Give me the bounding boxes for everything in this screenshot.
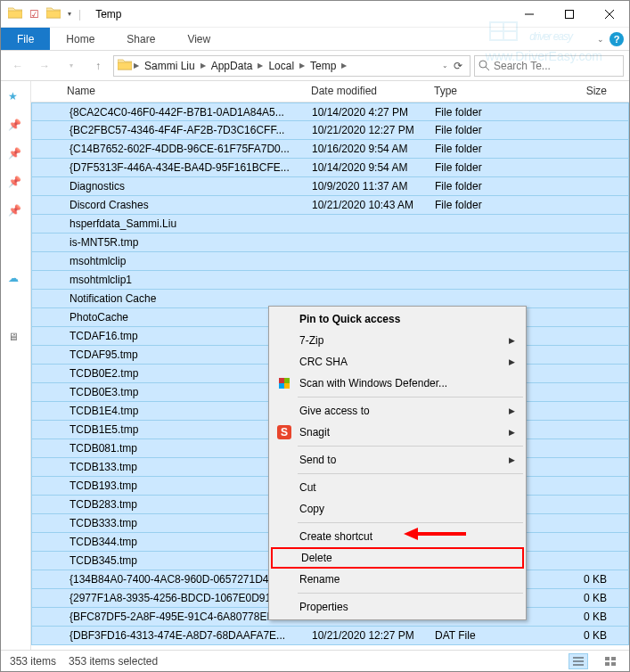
tab-view[interactable]: View [171,28,226,50]
folder-icon [32,311,68,324]
svg-rect-9 [284,383,290,389]
tab-share[interactable]: Share [110,28,171,50]
chevron-down-icon[interactable]: ⌄ [442,61,448,70]
menu-rename[interactable]: Rename [271,569,524,590]
qat-checkbox-icon[interactable]: ☑ [29,8,39,20]
file-name: hsperfdata_Sammi.Liu [68,217,305,230]
help-icon[interactable]: ? [610,32,624,46]
table-row[interactable]: msohtmlclip [31,252,629,271]
menu-snagit[interactable]: SSnagit▶ [271,422,524,443]
chevron-right-icon[interactable]: ▶ [200,61,206,70]
col-size[interactable]: Size [521,81,629,102]
back-button[interactable]: ← [6,55,29,77]
folder-icon [32,386,68,398]
statusbar: 353 items 353 items selected [1,650,629,671]
qat-dropdown-icon[interactable]: ▾ [68,10,71,18]
menu-create-shortcut[interactable]: Create shortcut [271,526,524,547]
forward-button[interactable]: → [33,55,56,77]
pin-icon[interactable]: 📌 [8,119,24,135]
chevron-right-icon: ▶ [509,428,515,437]
snagit-icon: S [276,424,292,440]
chevron-right-icon[interactable]: ▶ [258,61,263,70]
chevron-right-icon[interactable]: ▶ [341,61,347,70]
folder-icon [32,106,68,119]
onedrive-icon[interactable]: ☁ [8,272,24,288]
file-type: File folder [428,180,522,193]
refresh-button[interactable]: ⟳ [450,60,466,72]
folder-icon [32,161,68,174]
crumb[interactable]: Temp [307,60,340,72]
ribbon-expand-icon[interactable]: ⌄ [597,35,604,44]
folder-icon [32,442,68,455]
menu-delete[interactable]: Delete [271,547,524,569]
crumb[interactable]: Local [265,60,298,72]
close-button[interactable] [589,1,629,28]
qat-separator: | [78,8,81,20]
file-type: DAT File [428,629,522,642]
chevron-right-icon[interactable]: ▶ [134,61,139,70]
table-row[interactable]: {D7F5313F-446A-434E-BA4D-95F161BCFE...10… [31,159,629,177]
folder-icon [32,292,68,305]
folder-icon [118,58,132,73]
table-row[interactable]: {BC2FBC57-4346-4F4F-AF2B-7D3C16CFF...10/… [31,121,629,140]
pin-icon[interactable]: 📌 [8,204,24,220]
maximize-button[interactable] [549,1,589,28]
breadcrumb[interactable]: ▶ Sammi Liu ▶ AppData ▶ Local ▶ Temp ▶ ⌄… [113,55,470,77]
ribbon: File Home Share View ⌄ ? [1,28,629,51]
file-size: 0 KB [522,611,628,623]
shield-icon [276,375,292,391]
details-view-button[interactable] [569,653,588,669]
menu-crc-sha[interactable]: CRC SHA▶ [271,351,524,373]
pin-icon[interactable]: 📌 [8,147,24,163]
file-type: File folder [428,199,522,211]
menu-copy[interactable]: Copy [271,498,524,520]
tab-home[interactable]: Home [50,28,110,50]
menu-defender[interactable]: Scan with Windows Defender... [271,373,524,394]
svg-rect-6 [279,378,284,383]
recent-dropdown[interactable]: ▾ [60,55,83,77]
table-row[interactable]: Diagnostics10/9/2020 11:37 AMFile folder [31,177,629,196]
chevron-right-icon[interactable]: ▶ [299,61,305,70]
col-name[interactable]: Name [31,81,304,102]
table-row[interactable]: is-MNT5R.tmp [31,234,629,252]
folder-icon [32,143,68,155]
this-pc-icon[interactable]: 🖥 [8,331,24,347]
table-row[interactable]: {C14B7652-602F-4DDB-96CE-61F75FA7D0...10… [31,140,629,159]
tab-file[interactable]: File [1,28,50,50]
menu-cut[interactable]: Cut [271,477,524,498]
menu-send-to[interactable]: Send to▶ [271,449,524,471]
pin-icon[interactable]: 📌 [8,176,24,192]
menu-properties[interactable]: Properties [271,596,524,618]
file-size: 0 KB [522,629,628,642]
minimize-button[interactable] [509,1,549,28]
file-name: {C14B7652-602F-4DDB-96CE-61F75FA7D0... [68,143,305,155]
file-date: 10/21/2020 10:43 AM [305,199,428,211]
icons-view-button[interactable] [601,653,620,669]
file-icon [32,629,68,642]
status-items: 353 items [10,655,56,668]
col-date[interactable]: Date modified [304,81,427,102]
crumb[interactable]: Sammi Liu [141,60,199,72]
folder-icon [32,517,68,529]
folder-icon [32,199,68,211]
crumb[interactable]: AppData [208,60,257,72]
file-name: {DBF3FD16-4313-474E-A8D7-68DAAFA7E... [68,629,305,642]
titlebar: ☑ ▾ | Temp [1,1,629,28]
quick-access-icon[interactable]: ★ [8,90,24,106]
table-row[interactable]: {DBF3FD16-4313-474E-A8D7-68DAAFA7E...10/… [31,627,629,645]
file-list[interactable]: Name Date modified Type Size {8CA2C4C0-4… [31,81,629,650]
context-menu: Pin to Quick access 7-Zip▶ CRC SHA▶ Scan… [268,306,527,620]
table-row[interactable]: hsperfdata_Sammi.Liu [31,215,629,234]
table-row[interactable]: {8CA2C4C0-46F0-442F-B7B1-0AD1A84A5...10/… [31,102,629,121]
menu-pin-quick-access[interactable]: Pin to Quick access [271,308,524,330]
table-row[interactable]: msohtmlclip1 [31,271,629,290]
menu-give-access[interactable]: Give access to▶ [271,400,524,422]
col-type[interactable]: Type [427,81,521,102]
table-row[interactable]: Discord Crashes10/21/2020 10:43 AMFile f… [31,196,629,215]
file-date: 10/21/2020 12:27 PM [305,124,428,136]
up-button[interactable]: ↑ [86,55,110,77]
menu-7zip[interactable]: 7-Zip▶ [271,330,524,351]
chevron-right-icon: ▶ [509,455,515,464]
column-header: Name Date modified Type Size [31,81,629,102]
search-input[interactable]: Search Te... [474,55,624,77]
